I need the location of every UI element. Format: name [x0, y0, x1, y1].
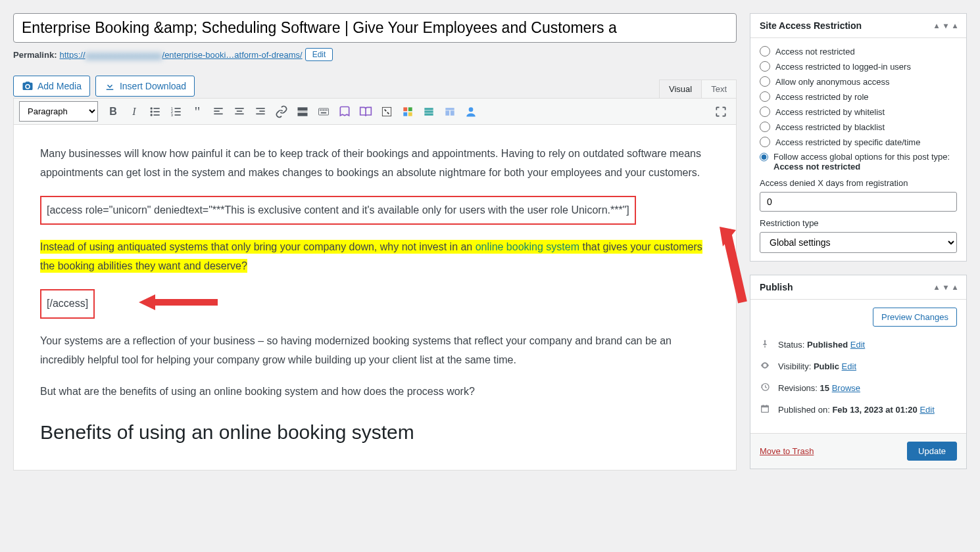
edit-visibility-link[interactable]: Edit: [842, 361, 856, 371]
svg-point-2: [151, 110, 153, 112]
svg-rect-14: [214, 113, 222, 114]
svg-rect-7: [175, 108, 181, 109]
align-right-button[interactable]: [251, 102, 270, 122]
link-icon: [275, 105, 288, 118]
blockquote-button[interactable]: ": [187, 102, 207, 122]
book-icon: [338, 105, 351, 118]
denied-days-input[interactable]: [760, 192, 957, 212]
edit-date-link[interactable]: Edit: [919, 405, 934, 415]
align-center-button[interactable]: [230, 102, 249, 122]
permalink-row: Permalink: https://xxxxxxxxxxxxxxxxxx/en…: [13, 48, 737, 61]
list-ol-icon: 123: [170, 105, 183, 118]
restriction-type-select[interactable]: Global settings: [760, 232, 957, 253]
svg-rect-49: [762, 405, 769, 407]
preview-changes-button[interactable]: Preview Changes: [873, 308, 957, 327]
permalink-edit-button[interactable]: Edit: [305, 48, 333, 61]
svg-rect-21: [298, 107, 308, 110]
svg-rect-31: [382, 107, 391, 116]
fullscreen-icon: [714, 105, 727, 118]
access-option-datetime[interactable]: Access restricted by specific date/time: [760, 137, 957, 147]
restriction-type-label: Restriction type: [760, 218, 957, 228]
add-media-button[interactable]: Add Media: [13, 76, 90, 97]
svg-rect-36: [424, 108, 433, 110]
svg-rect-34: [403, 112, 407, 116]
align-left-button[interactable]: [208, 102, 228, 122]
svg-point-0: [151, 107, 153, 109]
svg-rect-11: [175, 114, 181, 116]
italic-button[interactable]: I: [124, 102, 144, 122]
swap-icon: [380, 105, 393, 118]
svg-rect-1: [154, 108, 160, 109]
plugin-button-3[interactable]: [377, 102, 397, 122]
paragraph-format-select[interactable]: Paragraph: [19, 101, 98, 122]
layout-icon: [443, 105, 456, 118]
tab-visual[interactable]: Visual: [659, 80, 701, 98]
access-option-anonymous[interactable]: Allow only anonymous access: [760, 76, 957, 87]
shortcode-open-annotation: [access role="unicorn" deniedtext="***Th…: [40, 196, 636, 225]
access-option-not-restricted[interactable]: Access not restricted: [760, 46, 957, 57]
svg-rect-22: [298, 111, 308, 112]
highlighted-text: Instead of using antiquated systems that…: [40, 240, 702, 273]
panel-title: Site Access Restriction: [760, 20, 862, 31]
permalink-url[interactable]: https://xxxxxxxxxxxxxxxxxx/enterprise-bo…: [59, 50, 302, 60]
editor-content[interactable]: Many businesses will know how painful it…: [14, 125, 736, 470]
bold-button[interactable]: B: [103, 102, 123, 122]
svg-rect-24: [319, 108, 329, 115]
svg-rect-23: [298, 112, 308, 116]
link-button[interactable]: [272, 102, 291, 122]
post-title-input[interactable]: [13, 13, 737, 43]
site-access-panel: Site Access Restriction ▴ ▾ ▴ Access not…: [750, 13, 967, 262]
calendar-icon: [760, 403, 772, 416]
access-option-blacklist[interactable]: Access restricted by blacklist: [760, 122, 957, 132]
read-more-button[interactable]: [293, 102, 312, 122]
svg-rect-20: [256, 113, 264, 114]
bulleted-list-button[interactable]: [145, 102, 165, 122]
grid-color-icon: [401, 105, 414, 118]
numbered-list-button[interactable]: 123: [166, 102, 186, 122]
paragraph: But what are the benefits of using an on…: [40, 382, 710, 402]
toolbar-toggle-button[interactable]: [314, 102, 333, 122]
svg-rect-39: [445, 108, 454, 110]
toggle-panel-icon[interactable]: ▴: [953, 283, 957, 292]
annotation-arrow-icon: [710, 227, 749, 312]
read-more-icon: [296, 105, 309, 118]
move-down-icon[interactable]: ▾: [944, 283, 948, 292]
plugin-button-4[interactable]: [398, 102, 418, 122]
toggle-panel-icon[interactable]: ▴: [953, 21, 957, 30]
move-to-trash-link[interactable]: Move to Trash: [760, 446, 814, 456]
svg-rect-33: [408, 107, 412, 111]
panel-title: Publish: [760, 282, 793, 292]
plugin-button-2[interactable]: [356, 102, 376, 122]
access-option-role[interactable]: Access restricted by role: [760, 91, 957, 102]
inline-link[interactable]: online booking system: [476, 241, 579, 252]
fullscreen-button[interactable]: [711, 102, 731, 122]
move-down-icon[interactable]: ▾: [944, 21, 948, 30]
svg-rect-38: [424, 113, 433, 115]
list-ul-icon: [149, 105, 162, 118]
browse-revisions-link[interactable]: Browse: [832, 383, 860, 393]
access-option-follow-global[interactable]: Follow access global options for this po…: [760, 152, 957, 172]
download-icon: [104, 80, 116, 92]
insert-download-button[interactable]: Insert Download: [95, 76, 195, 97]
plugin-button-1[interactable]: [335, 102, 355, 122]
move-up-icon[interactable]: ▴: [935, 283, 939, 292]
denied-days-label: Access denied X days from registration: [760, 178, 957, 188]
plugin-button-7[interactable]: [461, 102, 481, 122]
update-button[interactable]: Update: [907, 442, 957, 461]
editor: Paragraph B I 123 ": [13, 98, 737, 471]
access-option-logged-in[interactable]: Access restricted to logged-in users: [760, 61, 957, 72]
svg-rect-28: [325, 109, 326, 110]
tab-text[interactable]: Text: [701, 80, 737, 98]
annotation-arrow-icon: [139, 289, 218, 315]
keyboard-icon: [317, 105, 330, 118]
move-up-icon[interactable]: ▴: [935, 21, 939, 30]
svg-text:3: 3: [171, 112, 173, 116]
access-option-whitelist[interactable]: Access restricted by whitelist: [760, 106, 957, 117]
edit-status-link[interactable]: Edit: [850, 340, 865, 350]
svg-rect-3: [154, 111, 160, 112]
heading-2: Benefits of using an online booking syst…: [40, 415, 710, 450]
plugin-button-5[interactable]: [419, 102, 439, 122]
svg-rect-17: [235, 113, 243, 114]
svg-rect-25: [320, 109, 321, 110]
plugin-button-6[interactable]: [440, 102, 460, 122]
